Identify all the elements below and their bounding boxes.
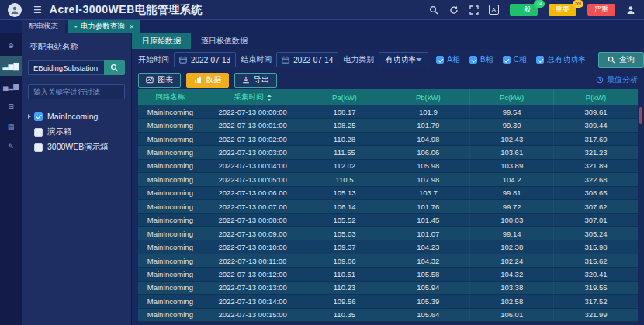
tab-power-parameter-query[interactable]: ● 电力参数查询 × (68, 20, 140, 33)
search-icon[interactable] (428, 5, 439, 16)
phase-checkbox[interactable]: 总有功功率 (536, 54, 586, 65)
table-cell: 321.23 (554, 146, 638, 158)
table-row[interactable]: MainIncoming2022-07-13 00:08:00105.52101… (138, 214, 638, 227)
sidebar-item-device[interactable]: ⊟ (0, 96, 22, 116)
caret-right-icon[interactable] (28, 114, 31, 119)
substation-search-row (28, 60, 125, 75)
sort-icon[interactable] (267, 95, 272, 101)
phase-checkbox[interactable]: A相 (436, 54, 460, 65)
tree-node[interactable]: 演示箱 (28, 124, 125, 140)
power-category-select[interactable]: 有功功率 (379, 52, 428, 67)
table-row[interactable]: MainIncoming2022-07-13 00:06:00105.13103… (138, 187, 638, 200)
column-header[interactable]: 回路名称 (138, 89, 203, 105)
avatar[interactable] (8, 3, 22, 17)
phase-checkbox-label: B相 (480, 54, 493, 65)
tree-node[interactable]: 3000WEB演示箱 (28, 140, 125, 155)
alarm-important-label: 重要 (556, 5, 570, 15)
tree-node-checkbox[interactable] (34, 143, 43, 152)
phase-checkbox[interactable]: B相 (469, 54, 493, 65)
table-cell: 321.99 (554, 309, 638, 321)
sidebar-item-globe[interactable]: ⊕ (0, 36, 22, 56)
table-cell: 102.58 (470, 295, 554, 307)
start-date-input[interactable]: 2022-07-13 (174, 52, 236, 67)
table-cell: 108.25 (303, 119, 387, 131)
sidebar-item-bar-chart[interactable]: ▂▅▇ (0, 56, 22, 76)
refresh-icon[interactable] (448, 5, 459, 16)
table-cell: 104.98 (386, 133, 470, 145)
app-window: ☰ Acrel-3000WEB电能管理系统 A 一般 74 重要 59 严重 (0, 0, 644, 325)
chart-view-button[interactable]: 图表 (138, 73, 181, 88)
close-tab-icon[interactable]: × (130, 22, 134, 31)
extremes-analysis-link[interactable]: 最值分析 (596, 74, 638, 85)
table-cell: 2022-07-13 00:03:00 (203, 146, 303, 158)
chart-view-label: 图表 (158, 74, 173, 85)
alarm-critical-label: 严重 (594, 5, 608, 15)
tab-distribution-status[interactable]: 配电状态 (22, 20, 65, 33)
tab-daily-extremes-data[interactable]: 逐日极值数据 (191, 33, 258, 49)
main-content: 日原始数据 逐日极值数据 开始时间 2022-07-13 结束时间 (132, 33, 644, 325)
alarm-general-button[interactable]: 一般 74 (510, 4, 538, 16)
end-date-input[interactable]: 2022-07-14 (276, 52, 338, 67)
tab-daily-extremes-data-label: 逐日极值数据 (201, 36, 248, 47)
tab-daily-raw-data-label: 日原始数据 (142, 36, 181, 47)
phase-checkbox[interactable]: C相 (503, 54, 527, 65)
data-tabs: 日原始数据 逐日极值数据 (132, 33, 644, 49)
alarm-important-button[interactable]: 重要 59 (549, 4, 576, 16)
column-header[interactable]: Pc(kW) (470, 89, 554, 105)
substation-search-button[interactable] (104, 60, 125, 75)
table-row[interactable]: MainIncoming2022-07-13 00:04:00112.02105… (138, 160, 638, 173)
substation-search-input[interactable] (28, 60, 104, 75)
search-icon (608, 56, 615, 64)
sidebar-item-edit[interactable]: ✎ (0, 137, 22, 157)
table-row[interactable]: MainIncoming2022-07-13 00:05:00110.5107.… (138, 173, 638, 186)
table-row[interactable]: MainIncoming2022-07-13 00:14:00109.56105… (138, 295, 638, 308)
column-header[interactable]: P(kW) (554, 89, 638, 105)
table-row[interactable]: MainIncoming2022-07-13 00:15:00110.35105… (138, 309, 638, 322)
sidebar-item-document[interactable]: ▤ (0, 116, 22, 137)
checkbox-icon[interactable] (536, 56, 544, 64)
calendar-icon (179, 56, 187, 64)
table-cell: 110.35 (303, 309, 387, 321)
column-header[interactable]: 采集时间 (203, 89, 303, 105)
table-row[interactable]: MainIncoming2022-07-13 00:07:00106.14101… (138, 200, 638, 213)
table-row[interactable]: MainIncoming2022-07-13 00:00:00108.17101… (138, 105, 638, 119)
tree-node-checkbox[interactable] (34, 128, 43, 137)
tree-node[interactable]: MainIncoming (28, 109, 125, 124)
table-scrollbar[interactable] (639, 105, 642, 322)
table-cell: MainIncoming (138, 254, 203, 267)
tree-filter-input[interactable] (28, 84, 125, 99)
column-header[interactable]: Pa(kW) (303, 89, 387, 105)
fullscreen-icon[interactable] (469, 5, 480, 16)
table-row[interactable]: MainIncoming2022-07-13 00:02:00110.28104… (138, 133, 638, 146)
data-bars-icon (194, 76, 202, 84)
body: ⊕▂▅▇▄▁▆⊟▤✎ 变配电站名称 MainIncoming演示箱3000WEB… (0, 33, 644, 325)
table-row[interactable]: MainIncoming2022-07-13 00:10:00109.37104… (138, 240, 638, 254)
checkbox-icon[interactable] (503, 56, 511, 64)
table-cell: 101.9 (386, 105, 470, 118)
user-icon[interactable] (625, 5, 636, 16)
alarm-critical-button[interactable]: 严重 (587, 4, 615, 16)
scrollbar-thumb[interactable] (639, 107, 642, 124)
table-row[interactable]: MainIncoming2022-07-13 00:11:00109.06104… (138, 254, 638, 268)
query-button[interactable]: 查询 (598, 52, 644, 68)
table-row[interactable]: MainIncoming2022-07-13 00:01:00108.25101… (138, 119, 638, 132)
table-cell: 102.38 (470, 240, 554, 253)
column-header[interactable]: Pb(kW) (386, 89, 470, 105)
table-row[interactable]: MainIncoming2022-07-13 00:09:00105.03101… (138, 227, 638, 240)
table-cell: 106.01 (470, 309, 554, 321)
sidebar-item-trend-chart[interactable]: ▄▁▆ (0, 76, 22, 96)
table-cell: 103.38 (470, 282, 554, 294)
table-cell: 2022-07-13 00:00:00 (203, 105, 303, 118)
data-view-button[interactable]: 数据 (186, 73, 229, 88)
table-row[interactable]: MainIncoming2022-07-13 00:12:00110.51105… (138, 268, 638, 281)
translate-icon[interactable]: A (489, 5, 499, 15)
table-row[interactable]: MainIncoming2022-07-13 00:13:00110.23105… (138, 282, 638, 295)
tab-daily-raw-data[interactable]: 日原始数据 (132, 33, 191, 49)
checkbox-icon[interactable] (436, 56, 444, 64)
tree-node-checkbox[interactable] (34, 112, 43, 121)
table-cell: 105.39 (386, 295, 470, 307)
menu-icon[interactable]: ☰ (33, 5, 42, 15)
export-button[interactable]: 导出 (234, 73, 277, 88)
checkbox-icon[interactable] (469, 56, 477, 64)
table-row[interactable]: MainIncoming2022-07-13 00:03:00111.55106… (138, 146, 638, 159)
